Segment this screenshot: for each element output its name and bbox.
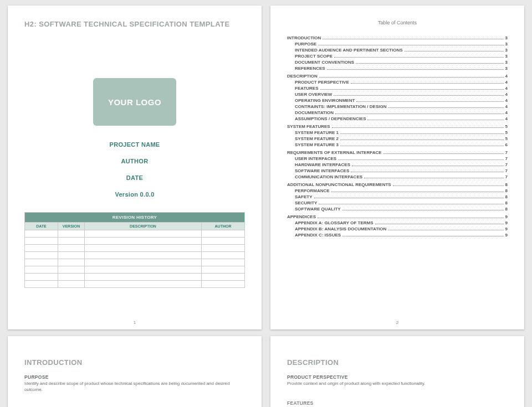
toc-entry: APPENDIX A: GLOSSARY OF TERMS9 [287, 220, 508, 225]
toc-label: COMMUNICATION INTERFACES [295, 174, 362, 179]
toc-entry: REQUIREMENTS OF EXTERNAL INTERFACE7 [287, 150, 508, 155]
toc-entry: DOCUMENTATION4 [287, 110, 508, 115]
revision-history-title: REVISION HISTORY [25, 213, 245, 223]
toc-page-number: 8 [505, 207, 508, 212]
cover-date: DATE [24, 174, 245, 181]
table-row [25, 274, 245, 281]
toc-entry: CONTRAINTS: IMPLEMENTATION / DESIGN4 [287, 104, 508, 109]
toc-page-number: 4 [505, 116, 508, 121]
toc-label: DOCUMENTATION [295, 110, 334, 115]
toc-leader-dots [334, 57, 504, 58]
toc-leader-dots [342, 236, 503, 236]
toc-page-number: 7 [505, 174, 508, 179]
toc-page-number: 4 [505, 104, 508, 109]
toc-page-number: 4 [505, 74, 508, 79]
toc-leader-dots [367, 120, 503, 120]
toc-label: SYSTEM FEATURE 3 [295, 142, 339, 147]
rev-col-description: DESCRIPTION [85, 223, 202, 230]
toc-entry: COMMUNICATION INTERFACES7 [287, 174, 508, 179]
document-title: H2: SOFTWARE TECHNICAL SPECIFICATION TEM… [24, 20, 245, 28]
toc-entry: FEATURES4 [287, 86, 508, 91]
toc-page-number: 7 [505, 162, 508, 167]
toc-entry: HARDWARE INTERFACES7 [287, 162, 508, 167]
page-2: Table of Contents INTRODUCTION3PURPOSE3I… [270, 6, 524, 329]
toc-leader-dots [388, 107, 503, 108]
table-row [25, 238, 245, 245]
toc-entry: INTRODUCTION3 [287, 35, 508, 40]
toc-label: APPENDICES [287, 214, 316, 219]
toc-leader-dots [356, 101, 503, 102]
toc-entry: PROJECT SCOPE3 [287, 54, 508, 59]
toc-leader-dots [334, 95, 503, 96]
toc-entry: APPENDICES9 [287, 214, 508, 219]
toc-label: HARDWARE INTERFACES [295, 162, 350, 167]
toc-leader-dots [335, 114, 504, 114]
toc-leader-dots [340, 146, 504, 146]
toc-page-number: 9 [505, 233, 508, 238]
toc-page-number: 5 [505, 136, 508, 141]
toc-leader-dots [375, 224, 504, 224]
toc-page-number: 8 [505, 182, 508, 187]
toc-label: ADDITIONAL NONFUNCTIONAL REQUIREMENTS [287, 182, 391, 187]
cover-project-name: PROJECT NAME [24, 141, 245, 148]
toc-leader-dots [340, 133, 504, 134]
sub-heading-purpose: PURPOSE [24, 374, 245, 380]
toc-leader-dots [393, 186, 504, 186]
toc-entry: REFERENCES3 [287, 66, 508, 71]
toc-leader-dots [323, 39, 503, 39]
sub-heading-features: FEATURES [287, 400, 508, 406]
toc-page-number: 5 [505, 124, 508, 129]
table-row [25, 259, 245, 266]
toc-entry: USER INTERFACES7 [287, 156, 508, 161]
toc-leader-dots [331, 192, 504, 192]
toc-label: FEATURES [295, 86, 319, 91]
toc-page-number: 3 [505, 54, 508, 59]
toc-page-number: 4 [505, 86, 508, 91]
toc-page-number: 3 [505, 35, 508, 40]
section-heading-description: DESCRIPTION [287, 358, 508, 367]
body-text: Identify and describe scope of product w… [24, 381, 241, 393]
toc-leader-dots [332, 127, 504, 128]
toc-leader-dots [318, 218, 504, 218]
toc-entry: SYSTEM FEATURE 25 [287, 136, 508, 141]
toc-title: Table of Contents [287, 20, 508, 25]
rev-col-author: AUTHOR [202, 223, 245, 230]
toc-page-number: 7 [505, 168, 508, 173]
toc-page-number: 7 [505, 150, 508, 155]
page-3: INTRODUCTION PURPOSE Identify and descri… [8, 336, 262, 407]
toc-label: APPENDIX B: ANALYSIS DOCUMENTATION [295, 226, 386, 231]
logo-placeholder: YOUR LOGO [93, 78, 176, 126]
toc-label: SYSTEM FEATURES [287, 124, 330, 129]
body-text: Provide context and origin of product al… [287, 381, 503, 387]
toc-entry: USER OVERVIEW4 [287, 92, 508, 97]
toc-page-number: 3 [505, 66, 508, 71]
toc-page-number: 9 [505, 220, 508, 225]
toc-label: INTRODUCTION [287, 35, 321, 40]
toc-leader-dots [314, 198, 504, 198]
sub-heading-product-perspective: PRODUCT PERSPECTIVE [287, 374, 508, 380]
toc-label: SOFTWARE INTERFACES [295, 168, 349, 173]
toc-label: INTENDED AUDIENCE AND PERTINENT SECTIONS [295, 48, 403, 53]
page-1: H2: SOFTWARE TECHNICAL SPECIFICATION TEM… [8, 6, 262, 329]
toc-leader-dots [318, 45, 503, 45]
toc-label: SYSTEM FEATURE 1 [295, 130, 339, 135]
toc-label: SOFTWARE QUALITY [295, 207, 341, 212]
toc-entry: PRODUCT PERSPECTIVE4 [287, 80, 508, 85]
table-row [25, 266, 245, 274]
table-row [25, 281, 245, 288]
page-number: 1 [8, 320, 262, 325]
toc-leader-dots [405, 51, 504, 51]
toc-label: USER INTERFACES [295, 156, 336, 161]
toc-page-number: 5 [505, 130, 508, 135]
toc-entry: SOFTWARE QUALITY8 [287, 207, 508, 212]
toc-entry: INTENDED AUDIENCE AND PERTINENT SECTIONS… [287, 48, 508, 53]
toc-leader-dots [338, 159, 503, 160]
table-row [25, 252, 245, 259]
toc-page-number: 4 [505, 80, 508, 85]
toc-page-number: 3 [505, 42, 508, 47]
document-preview: H2: SOFTWARE TECHNICAL SPECIFICATION TEM… [0, 0, 532, 407]
cover-version: Version 0.0.0 [24, 191, 245, 198]
toc-leader-dots [351, 83, 504, 84]
toc-label: REFERENCES [295, 66, 325, 71]
toc-label: DOCUMENT CONVENTIONS [295, 60, 354, 65]
